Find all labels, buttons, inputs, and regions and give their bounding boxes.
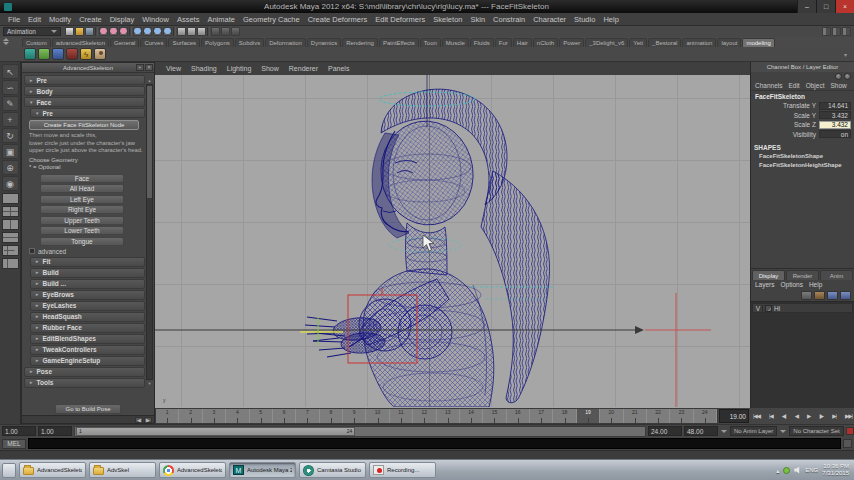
menu-item[interactable]: Animate bbox=[203, 15, 239, 24]
range-slider-track[interactable]: 1 24 bbox=[74, 426, 646, 437]
paint-select-tool-icon[interactable]: ✎ bbox=[2, 96, 19, 111]
frame-cell[interactable]: 16 bbox=[507, 409, 530, 423]
move-tool-icon[interactable]: + bbox=[2, 112, 19, 127]
section-header-face[interactable]: Face bbox=[24, 97, 145, 107]
frame-cell[interactable]: 22 bbox=[647, 409, 670, 423]
channel-attribute-row[interactable]: Visibility on bbox=[751, 130, 854, 140]
move-layer-icon[interactable] bbox=[801, 291, 812, 300]
attribute-value-field[interactable]: on bbox=[819, 130, 851, 138]
shelf-tab[interactable]: Hair bbox=[513, 38, 532, 47]
output-connections-icon[interactable] bbox=[187, 27, 196, 36]
channel-box-menu-item[interactable]: Edit bbox=[785, 82, 802, 89]
shelf-tab[interactable]: Rendering bbox=[342, 38, 378, 47]
channel-box-menu-item[interactable]: Show bbox=[827, 82, 849, 89]
layout-two-horizontal-button[interactable] bbox=[2, 232, 19, 243]
shelf-tab[interactable]: Yeti bbox=[629, 38, 647, 47]
layout-single-pane-button[interactable] bbox=[2, 193, 19, 204]
frame-cell[interactable]: 24 bbox=[694, 409, 717, 423]
shelf-tab[interactable]: nCloth bbox=[533, 38, 558, 47]
frame-cell[interactable]: 7 bbox=[296, 409, 319, 423]
chevron-down-icon[interactable] bbox=[780, 430, 786, 433]
frame-cell[interactable]: 3 bbox=[203, 409, 226, 423]
section-header[interactable]: Build bbox=[30, 268, 145, 278]
speed-state-icon[interactable] bbox=[844, 73, 851, 80]
taskbar-start-button[interactable] bbox=[2, 463, 16, 478]
advanced-checkbox[interactable] bbox=[29, 248, 35, 254]
frame-cell[interactable]: 6 bbox=[273, 409, 296, 423]
construction-history-icon[interactable] bbox=[197, 27, 206, 36]
select-object-icon[interactable] bbox=[109, 27, 118, 36]
menu-item[interactable]: Edit Deformers bbox=[371, 15, 429, 24]
shelf-tab[interactable]: Polygons bbox=[201, 38, 234, 47]
layer-visibility-toggle[interactable]: V bbox=[754, 305, 763, 312]
geometry-button[interactable]: Left Eye bbox=[40, 195, 124, 204]
shape-node-name[interactable]: FaceFitSkeletonHeightShape bbox=[751, 160, 854, 169]
menu-item[interactable]: Modify bbox=[45, 15, 75, 24]
menu-item[interactable]: Studio bbox=[570, 15, 599, 24]
taskbar-item-folder-advskel[interactable]: AdvSkel bbox=[89, 462, 156, 478]
go-to-start-button[interactable]: |◀◀ bbox=[753, 413, 760, 419]
universal-manip-tool-icon[interactable]: ⊕ bbox=[2, 160, 19, 175]
frame-cell[interactable]: 13 bbox=[437, 409, 460, 423]
snap-curve-icon[interactable] bbox=[143, 27, 152, 36]
shelf-tab[interactable]: Dynamics bbox=[307, 38, 341, 47]
menu-item[interactable]: Edit bbox=[24, 15, 45, 24]
optional-geometry-button[interactable]: Upper Teeth* bbox=[40, 216, 124, 225]
auto-keyframe-icon[interactable] bbox=[846, 427, 854, 435]
translate-axis-arrow-icon[interactable] bbox=[635, 326, 644, 334]
shelf-character-icon[interactable] bbox=[94, 48, 106, 60]
frame-cell[interactable]: 5 bbox=[250, 409, 273, 423]
new-layer-icon[interactable] bbox=[827, 291, 838, 300]
shelf-tab[interactable]: Custom bbox=[22, 38, 51, 47]
layout-four-pane-button[interactable] bbox=[2, 206, 19, 217]
layout-outliner-button[interactable] bbox=[2, 258, 19, 269]
new-scene-icon[interactable] bbox=[65, 27, 74, 36]
render-view-icon[interactable] bbox=[211, 27, 220, 36]
frame-cell[interactable]: 11 bbox=[390, 409, 413, 423]
ipr-render-icon[interactable] bbox=[221, 27, 230, 36]
layer-editor-tab[interactable]: Anim bbox=[820, 270, 853, 280]
attribute-value-field[interactable]: 14.641 bbox=[819, 102, 851, 110]
section-header[interactable]: GameEngineSetup bbox=[30, 356, 145, 366]
section-header[interactable]: TweakControllers bbox=[30, 345, 145, 355]
separator[interactable] bbox=[95, 27, 98, 36]
shelf-lightning-icon[interactable] bbox=[80, 48, 92, 60]
close-button[interactable]: × bbox=[835, 0, 854, 13]
section-header[interactable]: Pre bbox=[24, 75, 145, 85]
menu-item[interactable]: File bbox=[4, 15, 24, 24]
playback-end-field[interactable]: 24.00 bbox=[648, 426, 682, 436]
maximize-button[interactable]: □ bbox=[816, 0, 835, 13]
taskbar-item-camtasia[interactable]: Camtasia Studio -... bbox=[299, 462, 366, 478]
taskbar-item-chrome[interactable]: AdvancedSkeleto... bbox=[159, 462, 226, 478]
shelf-tab[interactable]: General bbox=[110, 38, 139, 47]
section-header[interactable]: EyeBrows bbox=[30, 290, 145, 300]
horizontal-scrollbar[interactable]: ◀ ▶ bbox=[22, 415, 154, 423]
layout-two-vertical-button[interactable] bbox=[2, 219, 19, 230]
shelf-tab[interactable]: layout bbox=[717, 38, 741, 47]
geometry-button[interactable]: Face bbox=[40, 174, 124, 183]
section-header[interactable]: Body bbox=[24, 86, 145, 96]
shelf-tab[interactable]: Surfaces bbox=[168, 38, 200, 47]
range-slider-bar[interactable]: 1 24 bbox=[76, 427, 355, 436]
open-scene-icon[interactable] bbox=[75, 27, 84, 36]
optional-geometry-button[interactable]: Tongue* bbox=[40, 237, 124, 246]
channel-attribute-row[interactable]: Scale Y 3.432 bbox=[751, 111, 854, 121]
geometry-button[interactable]: Right Eye bbox=[40, 205, 124, 214]
section-header[interactable]: Build ... bbox=[30, 279, 145, 289]
shelf-tool-icon-blue[interactable] bbox=[52, 48, 64, 60]
menu-item[interactable]: Create Deformers bbox=[304, 15, 372, 24]
layer-color-swatch[interactable] bbox=[765, 305, 772, 312]
snap-point-icon[interactable] bbox=[153, 27, 162, 36]
save-scene-icon[interactable] bbox=[85, 27, 94, 36]
step-back-key-button[interactable]: ◀| bbox=[782, 413, 786, 419]
menu-item[interactable]: Create bbox=[75, 15, 106, 24]
character-set-selector[interactable]: No Character Set bbox=[789, 426, 843, 436]
shelf-tool-icon-green[interactable] bbox=[38, 48, 50, 60]
viewport-menu-item[interactable]: Lighting bbox=[222, 65, 257, 72]
animation-start-field[interactable]: 1.00 bbox=[2, 426, 36, 436]
viewport-menu-item[interactable]: View bbox=[161, 65, 186, 72]
panel-close-icon[interactable]: × bbox=[145, 64, 153, 71]
rotate-tool-icon[interactable]: ↻ bbox=[2, 128, 19, 143]
taskbar-item-folder-advancedskeletons[interactable]: AdvancedSkeletonS bbox=[19, 462, 86, 478]
attribute-value-field[interactable]: 3.432 bbox=[819, 121, 851, 129]
